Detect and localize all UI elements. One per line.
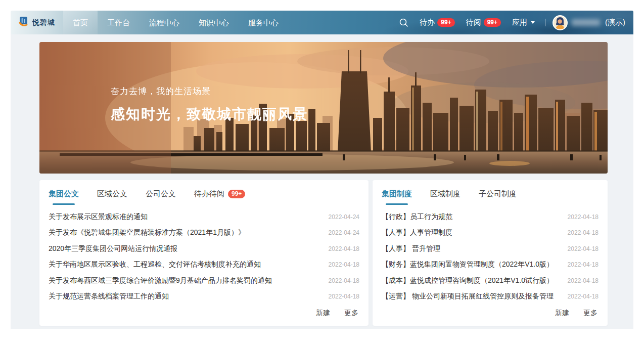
list-item[interactable]: 关于发布粤西区域三季度综合评价激励暨9月基础产品力排名奖罚的通知 2022-04…	[49, 273, 359, 289]
toread-badge: 99+	[484, 18, 501, 27]
policy-date: 2022-04-18	[568, 229, 599, 236]
apps-label: 应用	[512, 18, 527, 27]
policy-title: 【财务】蓝悦集团闲置物资管理制度（2022年V1.0版）	[382, 260, 554, 269]
todo-label: 待办	[420, 18, 435, 27]
list-item[interactable]: 关于发布《悦碧城集团架空层精装标准方案（2021年1月版）》 2022-04-2…	[49, 225, 359, 241]
documents-card: 集团公文 区域公文 公司公文 待办待阅 99+ 关于发布展示区景观标	[39, 180, 369, 326]
hero-subtitle: 奋力去博，我的生活场景	[111, 86, 308, 97]
tab-region-documents[interactable]: 区域公文	[97, 189, 127, 205]
document-title: 关于发布展示区景观标准的通知	[49, 212, 148, 222]
toread-counter[interactable]: 待阅 99+	[466, 18, 501, 27]
tab-region-policies[interactable]: 区域制度	[430, 189, 461, 205]
page-content: 奋力去博，我的生活场景 感知时光，致敬城市靓丽风景 集团公文 区域公文 公司公文	[11, 34, 633, 329]
tab-label: 区域公文	[97, 189, 127, 199]
brand-name: 悦碧城	[32, 18, 55, 27]
user-avatar[interactable]	[553, 15, 568, 30]
tab-label: 公司公文	[146, 189, 176, 199]
nav-item-service-center[interactable]: 服务中心	[239, 11, 288, 34]
list-item[interactable]: 【运营】 物业公司新项目拓展红线管控原则及报备管理 2022-04-18	[382, 289, 599, 305]
document-date: 2022-04-18	[329, 277, 359, 284]
documents-tabs: 集团公文 区域公文 公司公文 待办待阅 99+	[49, 189, 359, 205]
tab-group-documents[interactable]: 集团公文	[49, 189, 79, 205]
more-policies-link[interactable]: 更多	[583, 309, 597, 318]
navbar-right: 待办 99+ 待阅 99+ 应用 (演示)	[399, 15, 633, 30]
document-title: 关于发布粤西区域三季度综合评价激励暨9月基础产品力排名奖罚的通知	[49, 276, 272, 285]
hero-copy: 奋力去博，我的生活场景 感知时光，致敬城市靓丽风景	[111, 86, 308, 124]
brand-logo[interactable]: 悦碧城	[11, 16, 63, 29]
main-nav: 首页 工作台 流程中心 知识中心 服务中心	[63, 11, 288, 34]
search-icon[interactable]	[399, 18, 408, 27]
tab-subsidiary-policies[interactable]: 子公司制度	[479, 189, 517, 205]
list-item[interactable]: 关于华南地区展示区验收、工程巡检、交付评估考核制度补充的通知 2022-04-1…	[49, 257, 359, 273]
navbar-divider	[545, 19, 545, 26]
tab-label: 区域制度	[430, 189, 461, 199]
policy-title: 【行政】员工行为规范	[382, 212, 452, 222]
tab-label: 集团公文	[49, 189, 79, 199]
list-item[interactable]: 【行政】员工行为规范 2022-04-18	[382, 209, 599, 225]
policy-title: 【人事】 晋升管理	[382, 244, 440, 253]
portal-app: 悦碧城 首页 工作台 流程中心 知识中心 服务中心 待办 99+ 待阅 99+	[11, 11, 633, 329]
document-title: 关于华南地区展示区验收、工程巡检、交付评估考核制度补充的通知	[49, 260, 261, 269]
policy-date: 2022-04-18	[568, 293, 599, 300]
todo-badge: 99+	[437, 18, 454, 27]
document-date: 2022-04-18	[329, 261, 359, 268]
document-title: 关于发布《悦碧城集团架空层精装标准方案（2021年1月版）》	[49, 228, 245, 237]
document-date: 2022-04-18	[329, 293, 359, 300]
chevron-down-icon	[531, 21, 535, 24]
documents-list: 关于发布展示区景观标准的通知 2022-04-24 关于发布《悦碧城集团架空层精…	[49, 209, 359, 305]
hero-banner[interactable]: 奋力去博，我的生活场景 感知时光，致敬城市靓丽风景	[39, 42, 608, 174]
policy-date: 2022-04-18	[568, 277, 599, 284]
document-title: 2020年三季度集团公司网站运行情况通报	[49, 244, 177, 253]
list-item[interactable]: 关于发布展示区景观标准的通知 2022-04-24	[49, 209, 359, 225]
tab-label: 待办待阅	[194, 189, 224, 199]
policy-date: 2022-04-18	[568, 245, 599, 252]
list-item[interactable]: 【人事】 晋升管理 2022-04-18	[382, 241, 599, 257]
nav-item-workbench[interactable]: 工作台	[98, 11, 140, 34]
policy-date: 2022-04-18	[568, 213, 599, 221]
cards-row: 集团公文 区域公文 公司公文 待办待阅 99+ 关于发布展示区景观标	[39, 180, 608, 326]
nav-item-process-center[interactable]: 流程中心	[140, 11, 189, 34]
tab-label: 子公司制度	[479, 189, 517, 199]
tab-company-documents[interactable]: 公司公文	[146, 189, 176, 205]
document-date: 2022-04-24	[329, 213, 359, 221]
policy-title: 【成本】蓝悦成控管理咨询制度（2021年V1.0试行版）	[382, 276, 554, 285]
toread-label: 待阅	[466, 18, 481, 27]
policies-tabs: 集团制度 区域制度 子公司制度	[382, 189, 599, 205]
tab-label: 集团制度	[382, 189, 412, 199]
nav-item-home[interactable]: 首页	[63, 11, 98, 34]
policies-list: 【行政】员工行为规范 2022-04-18 【人事】人事管理制度 2022-04…	[382, 209, 599, 305]
tab-group-policies[interactable]: 集团制度	[382, 189, 412, 205]
policy-title: 【人事】人事管理制度	[382, 228, 452, 237]
policy-date: 2022-04-18	[568, 261, 599, 268]
top-navbar: 悦碧城 首页 工作台 流程中心 知识中心 服务中心 待办 99+ 待阅 99+	[11, 11, 633, 34]
policies-card-footer: 新建 更多	[382, 305, 599, 321]
list-item[interactable]: 【财务】蓝悦集团闲置物资管理制度（2022年V1.0版） 2022-04-18	[382, 257, 599, 273]
list-item[interactable]: 关于规范运营条线档案管理工作的通知 2022-04-18	[49, 289, 359, 305]
list-item[interactable]: 【人事】人事管理制度 2022-04-18	[382, 225, 599, 241]
documents-card-footer: 新建 更多	[49, 305, 359, 321]
document-date: 2022-04-24	[329, 229, 359, 236]
user-name-masked	[572, 19, 600, 26]
policies-card: 集团制度 区域制度 子公司制度 【行政】员工行为规范 2022-04-18	[373, 180, 608, 326]
document-date: 2022-04-18	[329, 245, 359, 252]
user-demo-suffix: (演示)	[605, 18, 625, 27]
nav-item-knowledge-center[interactable]: 知识中心	[189, 11, 239, 34]
apps-menu[interactable]: 应用	[512, 18, 535, 27]
more-documents-link[interactable]: 更多	[344, 309, 358, 318]
list-item[interactable]: 【成本】蓝悦成控管理咨询制度（2021年V1.0试行版） 2022-04-18	[382, 273, 599, 289]
hero-title: 感知时光，致敬城市靓丽风景	[111, 105, 308, 124]
document-title: 关于规范运营条线档案管理工作的通知	[49, 292, 169, 301]
todo-counter[interactable]: 待办 99+	[420, 18, 454, 27]
pending-badge: 99+	[228, 190, 245, 198]
tab-pending-items[interactable]: 待办待阅 99+	[194, 189, 245, 205]
new-document-link[interactable]: 新建	[316, 309, 330, 318]
brand-logo-icon	[18, 16, 29, 29]
list-item[interactable]: 2020年三季度集团公司网站运行情况通报 2022-04-18	[49, 241, 359, 257]
policy-title: 【运营】 物业公司新项目拓展红线管控原则及报备管理	[382, 292, 554, 301]
new-policy-link[interactable]: 新建	[555, 309, 569, 318]
